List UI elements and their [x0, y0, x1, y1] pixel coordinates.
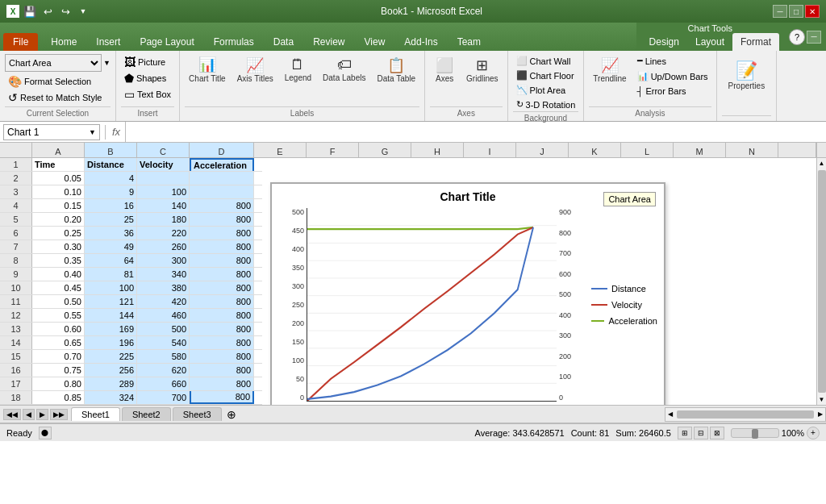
row-num-2[interactable]: 2 [0, 172, 32, 185]
sheet-tab-3[interactable]: Sheet3 [173, 407, 222, 421]
col-header-n[interactable]: N [726, 143, 778, 157]
redo-qat-btn[interactable]: ↪ [58, 4, 73, 19]
minimize-btn[interactable]: ─ [773, 5, 787, 18]
cell-a5[interactable]: 0.20 [32, 213, 85, 226]
picture-btn[interactable]: 🖼 Picture [121, 54, 174, 70]
cell-b10[interactable]: 100 [85, 281, 137, 294]
cell-a15[interactable]: 0.70 [32, 350, 85, 363]
cell-b11[interactable]: 121 [85, 295, 137, 308]
axes-btn[interactable]: ⬜ Axes [430, 54, 459, 85]
row-num-8[interactable]: 8 [0, 254, 32, 267]
cell-b17[interactable]: 289 [85, 377, 137, 390]
cell-a11[interactable]: 0.50 [32, 295, 85, 308]
cell-b7[interactable]: 49 [85, 240, 137, 253]
row-num-18[interactable]: 18 [0, 391, 32, 404]
row-num-16[interactable]: 16 [0, 364, 32, 377]
cell-a1[interactable]: Time [32, 158, 85, 171]
gridlines-btn[interactable]: ⊞ Gridlines [462, 54, 502, 85]
cell-a2[interactable]: 0.05 [32, 172, 85, 185]
tab-insert[interactable]: Insert [86, 33, 130, 51]
row-num-3[interactable]: 3 [0, 185, 32, 198]
h-scroll-thumb[interactable] [677, 410, 814, 419]
chart-object[interactable]: Chart Title 500450400350300 250200150100… [270, 182, 665, 405]
cell-b3[interactable]: 9 [85, 185, 137, 198]
up-down-bars-btn[interactable]: 📊 Up/Down Bars [634, 69, 711, 83]
format-selection-btn[interactable]: 🎨 Format Selection [5, 73, 111, 90]
lines-btn[interactable]: ━ Lines [634, 54, 711, 68]
zoom-out-btn[interactable]: + [807, 427, 820, 439]
col-header-c[interactable]: C [137, 143, 190, 157]
axis-titles-btn[interactable]: 📈 Axis Titles [233, 54, 277, 85]
legend-btn[interactable]: 🗒 Legend [281, 54, 315, 85]
cell-d2[interactable] [190, 172, 254, 185]
cell-a14[interactable]: 0.65 [32, 336, 85, 349]
macro-record-btn[interactable]: ⬤ [39, 427, 52, 439]
row-num-7[interactable]: 7 [0, 240, 32, 253]
row-num-12[interactable]: 12 [0, 309, 32, 322]
cell-b14[interactable]: 196 [85, 336, 137, 349]
zoom-slider[interactable] [731, 428, 779, 438]
name-box-dropdown[interactable]: ▼ [89, 128, 96, 136]
page-layout-view-btn[interactable]: ⊟ [694, 427, 708, 439]
cell-b18[interactable]: 324 [85, 391, 137, 404]
cell-d5[interactable]: 800 [190, 213, 254, 226]
cell-a16[interactable]: 0.75 [32, 364, 85, 377]
page-break-view-btn[interactable]: ⊠ [710, 427, 724, 439]
row-num-14[interactable]: 14 [0, 336, 32, 349]
data-labels-btn[interactable]: 🏷 Data Labels [319, 54, 369, 85]
sheet-first-btn[interactable]: ◀◀ [3, 409, 21, 420]
cell-a10[interactable]: 0.45 [32, 281, 85, 294]
scroll-down-btn[interactable]: ▼ [817, 394, 826, 405]
chart-wall-btn[interactable]: ⬜ Chart Wall [513, 54, 579, 68]
horizontal-scrollbar[interactable]: ◀ ▶ [665, 407, 826, 422]
cell-d1[interactable]: Acceleration [190, 158, 254, 171]
shapes-btn[interactable]: ⬟ Shapes [121, 70, 174, 86]
col-header-k[interactable]: K [569, 143, 621, 157]
row-num-11[interactable]: 11 [0, 295, 32, 308]
cell-b8[interactable]: 64 [85, 254, 137, 267]
sheet-tab-2[interactable]: Sheet2 [122, 407, 171, 421]
help-btn[interactable]: ? [789, 29, 805, 45]
scroll-right-btn[interactable]: ▶ [816, 410, 825, 418]
col-header-j[interactable]: J [516, 143, 569, 157]
data-table-btn[interactable]: 📋 Data Table [373, 54, 419, 85]
plot-area-btn[interactable]: 📉 Plot Area [513, 83, 579, 97]
cell-c15[interactable]: 580 [137, 350, 190, 363]
sheet-next-btn[interactable]: ▶ [36, 409, 48, 420]
cell-d14[interactable]: 800 [190, 336, 254, 349]
cell-a17[interactable]: 0.80 [32, 377, 85, 390]
tab-design[interactable]: Design [641, 33, 687, 51]
tab-page-layout[interactable]: Page Layout [130, 33, 203, 51]
cell-a13[interactable]: 0.60 [32, 323, 85, 335]
cell-c17[interactable]: 660 [137, 377, 190, 390]
col-header-h[interactable]: H [411, 143, 464, 157]
error-bars-btn[interactable]: ┤ Error Bars [634, 85, 711, 98]
save-qat-btn[interactable]: 💾 [23, 4, 37, 19]
cell-c11[interactable]: 420 [137, 295, 190, 308]
cell-c6[interactable]: 220 [137, 227, 190, 240]
undo-qat-btn[interactable]: ↩ [40, 4, 55, 19]
scroll-left-btn[interactable]: ◀ [665, 410, 675, 418]
cell-c1[interactable]: Velocity [137, 158, 190, 171]
cell-c3[interactable]: 100 [137, 185, 190, 198]
cell-a8[interactable]: 0.35 [32, 254, 85, 267]
cell-c16[interactable]: 620 [137, 364, 190, 377]
chart-title-btn[interactable]: 📊 Chart Title [185, 54, 230, 85]
cell-d11[interactable]: 800 [190, 295, 254, 308]
row-num-4[interactable]: 4 [0, 199, 32, 212]
tab-data[interactable]: Data [264, 33, 303, 51]
tab-formulas[interactable]: Formulas [204, 33, 264, 51]
cell-b13[interactable]: 169 [85, 323, 137, 335]
cell-a9[interactable]: 0.40 [32, 268, 85, 281]
tab-add-ins[interactable]: Add-Ins [394, 33, 447, 51]
row-num-9[interactable]: 9 [0, 268, 32, 281]
tab-home[interactable]: Home [41, 33, 86, 51]
row-num-15[interactable]: 15 [0, 350, 32, 363]
rotation-3d-btn[interactable]: ↻ 3-D Rotation [513, 98, 579, 111]
sheet-tab-1[interactable]: Sheet1 [71, 407, 120, 421]
row-num-5[interactable]: 5 [0, 213, 32, 226]
cell-b15[interactable]: 225 [85, 350, 137, 363]
cell-c10[interactable]: 380 [137, 281, 190, 294]
cell-b6[interactable]: 36 [85, 227, 137, 240]
properties-btn[interactable]: 📝 Properties [722, 54, 772, 97]
